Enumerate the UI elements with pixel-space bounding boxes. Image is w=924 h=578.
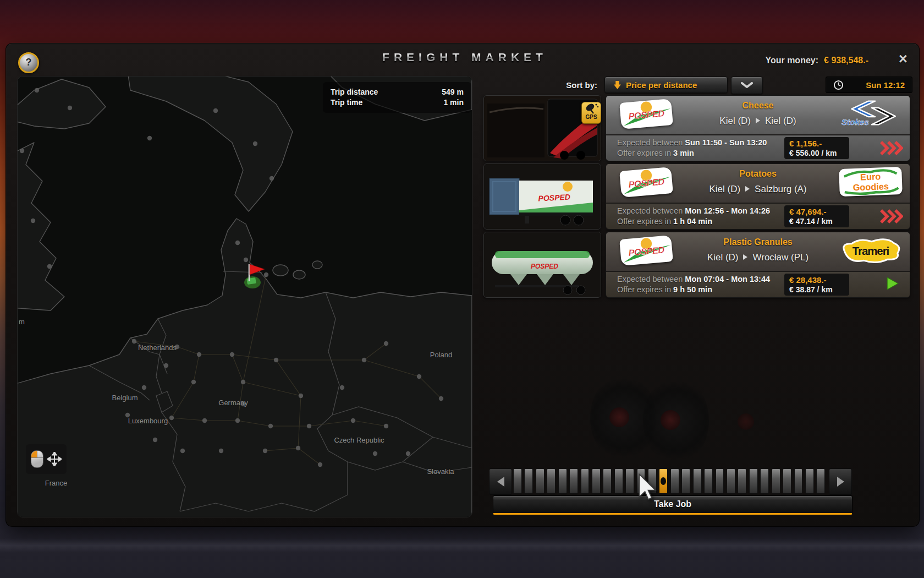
mouse-cursor (638, 473, 657, 501)
scrollbar-thumb[interactable] (659, 468, 668, 494)
expires-line: Offer expires in 3 min (617, 149, 694, 157)
freight-market-window: ? FREIGHT MARKET Your money:€ 938,548.- … (6, 43, 920, 527)
destination-city: Wrocław (PL) (752, 252, 809, 263)
scrollbar-notch[interactable] (749, 468, 758, 494)
scrollbar-notch[interactable] (783, 468, 791, 494)
job-offer-potatoes[interactable]: POSPED POSPED Potatoes (483, 163, 909, 228)
map-label-czech-republic: Czech Republic (334, 436, 384, 444)
scrollbar-notch[interactable] (772, 468, 780, 494)
carrier-logo-posped: POSPED (619, 235, 673, 266)
carrier-logo-text: POSPED (628, 108, 665, 121)
scrollbar-notch[interactable] (547, 468, 556, 494)
map-label-slovakia: Slovakia (427, 467, 454, 476)
price-box: € 1,156.- € 556.00 / km (784, 137, 849, 159)
route-map[interactable]: m Netherlands Belgium Luxembourg Germany… (17, 76, 472, 517)
scrollbar-notch[interactable] (536, 468, 544, 494)
job-offer-plastic-granules[interactable]: POSPED POSPED (483, 232, 909, 297)
scrollbar-thumb-dot (661, 477, 666, 485)
scrollbar-notch[interactable] (681, 468, 690, 494)
close-icon[interactable]: × (895, 51, 911, 68)
origin-city: Kiel (D) (709, 184, 740, 194)
pan-arrows-icon (47, 452, 62, 466)
take-job-button[interactable]: Take Job (493, 495, 853, 515)
scrollbar-track[interactable] (513, 468, 828, 494)
scrollbar-notch[interactable] (693, 468, 702, 494)
map-canvas: m Netherlands Belgium Luxembourg Germany… (18, 77, 472, 517)
recipient-logo-text: Stokes (842, 117, 869, 127)
cargo-name: Potatoes (678, 169, 838, 179)
route-arrow-icon (756, 118, 760, 123)
backdrop-wheel-hub (738, 413, 754, 430)
trailer-thumbnail[interactable]: POSPED (483, 163, 601, 230)
background-horizon (0, 538, 924, 553)
recipient-logo-text-line1: Euro (860, 171, 881, 182)
scrollbar-notch[interactable] (816, 468, 825, 494)
scroll-right-button[interactable] (829, 468, 852, 495)
scrollbar-notch[interactable] (524, 468, 533, 494)
route-arrow-icon (745, 186, 750, 192)
expected-line: Expected between Mon 07:04 - Mon 13:44 (617, 275, 770, 283)
urgency-green-play-icon (879, 277, 903, 292)
scrollbar-notch[interactable] (716, 468, 724, 494)
scrollbar-notch[interactable] (727, 468, 735, 494)
mouse-icon (31, 450, 43, 468)
scrollbar-notch[interactable] (794, 468, 803, 494)
sort-dropdown-expander[interactable] (731, 77, 763, 94)
route: Kiel (D)Salzburg (A) (678, 184, 838, 195)
job-offer-cheese[interactable]: GPS POSPED Cheese Kiel (D)Kiel (D) (483, 95, 909, 160)
route: Kiel (D)Kiel (D) (678, 116, 838, 127)
scrollbar-notch[interactable] (670, 468, 679, 494)
route-arrow-icon (743, 254, 747, 260)
origin-city: Kiel (D) (707, 252, 739, 263)
backdrop-wheel-hub (609, 407, 629, 427)
scrollbar-notch[interactable] (603, 468, 612, 494)
carrier-logo-posped: POSPED (619, 167, 673, 198)
job-list-scrollbar (489, 468, 852, 494)
scrollbar-notch[interactable] (614, 468, 623, 494)
arrow-right-icon (837, 477, 844, 487)
expires-line: Offer expires in 9 h 50 min (617, 285, 712, 294)
carrier-logo-text: POSPED (628, 176, 665, 189)
sort-by-label: Sort by: (548, 80, 597, 90)
route: Kiel (D)Wrocław (PL) (678, 252, 838, 263)
scrollbar-notch[interactable] (738, 468, 746, 494)
price-box: € 47,694.- € 47.14 / km (784, 205, 849, 227)
gps-button[interactable]: GPS (581, 102, 601, 124)
job-card[interactable]: POSPED Cheese Kiel (D)Kiel (D) Stokes (606, 95, 910, 161)
scrollbar-notch[interactable] (625, 468, 634, 494)
map-label-germany: Germany (218, 399, 248, 407)
trailer-thumbnail[interactable]: POSPED (483, 232, 601, 298)
scrollbar-notch[interactable] (704, 468, 713, 494)
scrollbar-notch[interactable] (805, 468, 814, 494)
scrollbar-notch[interactable] (558, 468, 567, 494)
recipient-logo-text: Trameri (853, 245, 889, 257)
scrollbar-notch[interactable] (760, 468, 769, 494)
scrollbar-notch[interactable] (592, 468, 601, 494)
scroll-left-button[interactable] (489, 468, 512, 495)
money-value: € 938,548.- (824, 56, 868, 65)
job-card[interactable]: POSPED Plastic Granules Kiel (D)Wrocław … (606, 232, 910, 298)
freight-market-screen: ? FREIGHT MARKET Your money:€ 938,548.- … (0, 0, 924, 578)
map-island (273, 265, 288, 276)
scrollbar-notch[interactable] (581, 468, 590, 494)
cargo-name: Plastic Granules (678, 237, 838, 247)
money-display: Your money:€ 938,548.- (765, 56, 868, 66)
job-card[interactable]: POSPED Potatoes Kiel (D)Salzburg (A) Eur… (606, 163, 910, 230)
backdrop-wheel-hub (661, 410, 680, 430)
job-price-per-km: € 47.14 / km (789, 217, 844, 226)
thumb-carrier-text: POSPED (531, 263, 558, 270)
sort-dropdown[interactable]: Price per distance (604, 77, 728, 93)
job-price-per-km: € 556.00 / km (789, 149, 844, 157)
expected-line: Expected between Sun 11:50 - Sun 13:20 (617, 138, 767, 147)
trip-distance-label: Trip distance (331, 87, 378, 97)
scrollbar-notch[interactable] (513, 468, 522, 494)
expires-line: Offer expires in 1 h 04 min (617, 217, 712, 226)
recipient-logo-eurogoodies: Euro Goodies (839, 167, 903, 197)
map-label-belgium: Belgium (112, 394, 138, 402)
map-label-france: France (45, 479, 67, 487)
scrollbar-notch[interactable] (569, 468, 578, 494)
recipient-logo-trameri: Trameri (839, 236, 902, 264)
thumb-carrier-text: POSPED (538, 192, 570, 203)
destination-city: Salzburg (A) (755, 184, 806, 194)
sort-value: Price per distance (626, 80, 697, 90)
